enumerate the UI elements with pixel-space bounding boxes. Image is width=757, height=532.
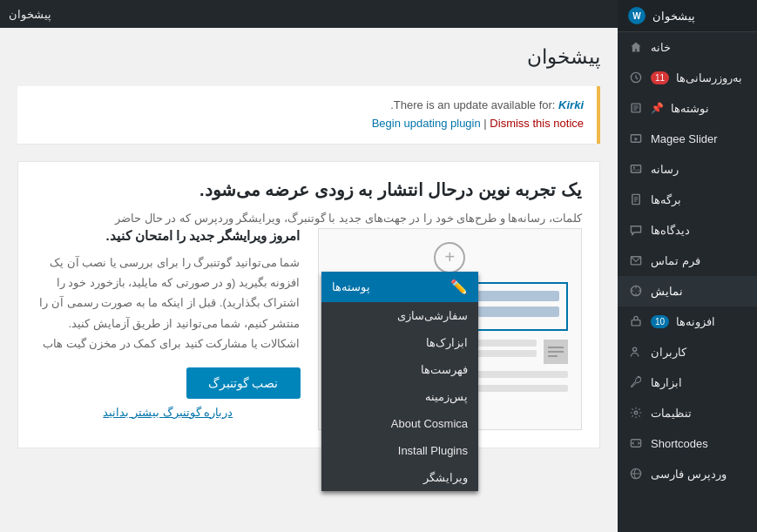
sidebar-item-shortcodes[interactable]: Shortcodes — [618, 428, 757, 459]
sidebar-item-media-label: رسانه — [651, 163, 679, 176]
contact-icon — [628, 253, 644, 268]
sidebar-item-tools[interactable]: ابزارها — [618, 367, 757, 398]
submenu-item-background[interactable]: پس‌زمینه — [321, 383, 478, 410]
admin-bar-title: پیشخوان — [9, 8, 51, 21]
preview-icon-1 — [544, 340, 568, 364]
appearance-icon — [628, 283, 644, 299]
persian-icon — [628, 466, 644, 481]
sidebar-item-contact-label: فرم تماس — [651, 254, 700, 267]
sidebar-item-persian-label: وردپرس فارسی — [651, 468, 727, 481]
page-title: پیشخوان — [17, 45, 600, 69]
sidebar-item-home-label: خانه — [651, 41, 671, 54]
page-wrapper: پیشخوان .There is an update available fo… — [0, 28, 618, 479]
install-gutenberg-button[interactable]: نصب گوتنبرگ — [186, 367, 301, 399]
left-col: امروز ویرایشگر جدید را امتحان کنید. شما … — [36, 228, 301, 430]
notice-separator: | — [483, 117, 486, 130]
svg-rect-6 — [631, 165, 640, 172]
sidebar-item-comments-label: دیدگاه‌ها — [651, 224, 690, 237]
magee-icon — [628, 131, 644, 146]
sidebar-item-settings-label: تنظیمات — [651, 407, 692, 420]
users-icon — [628, 344, 644, 360]
plugins-icon — [628, 313, 644, 329]
sidebar-item-media[interactable]: رسانه — [618, 154, 757, 185]
sidebar-item-appearance-label: نمایش — [651, 285, 683, 298]
sub-section-title: امروز ویرایشگر جدید را امتحان کنید. — [36, 228, 301, 244]
sidebar-item-shortcodes-label: Shortcodes — [651, 437, 708, 450]
notice-update-text: .There is an update available for: — [390, 98, 555, 111]
shortcodes-icon — [628, 435, 644, 451]
settings-icon — [628, 405, 644, 421]
sidebar-header: پیشخوان W — [618, 0, 757, 32]
notice-text: .There is an update available for: Kirki… — [30, 97, 584, 133]
sidebar-item-comments[interactable]: دیدگاه‌ها — [618, 215, 757, 246]
svg-point-16 — [634, 411, 638, 414]
notice-plugin-link[interactable]: Kirki — [558, 98, 584, 111]
feature-title: یک تجربه نوین درحال انتشار به زودی عرضه … — [36, 179, 582, 200]
submenu-item-widgets[interactable]: ابزارک‌ها — [321, 329, 478, 356]
feature-desc: کلمات، رسانه‌ها و طرح‌های خود را در جهت‌… — [36, 209, 582, 228]
pages-icon — [628, 192, 644, 207]
begin-update-link[interactable]: Begin updating plugin — [372, 117, 481, 130]
sidebar-item-plugins-label: افزونه‌ها — [676, 315, 715, 328]
plugins-badge: 10 — [651, 315, 669, 328]
sidebar-header-title: پیشخوان — [652, 10, 695, 23]
sidebar-item-users-label: کاربران — [651, 346, 686, 359]
sub-section-desc: شما می‌توانید گوتنبرگ را برای بررسی یا ن… — [36, 253, 301, 354]
sidebar-item-posts[interactable]: نوشته‌ها 📌 — [618, 93, 757, 124]
svg-point-15 — [633, 347, 637, 351]
sidebar: پیشخوان W خانه به‌روزرسانی‌ها 11 نوشته‌ه… — [618, 0, 757, 532]
sidebar-item-plugins[interactable]: افزونه‌ها 10 — [618, 306, 757, 337]
sidebar-item-home[interactable]: خانه — [618, 32, 757, 63]
sidebar-item-contact[interactable]: فرم تماس — [618, 246, 757, 276]
notice-box: .There is an update available for: Kirki… — [17, 86, 600, 144]
feature-section: یک تجربه نوین درحال انتشار به زودی عرضه … — [17, 161, 600, 448]
sidebar-item-users[interactable]: کاربران — [618, 337, 757, 367]
home-icon — [628, 39, 644, 55]
tools-icon — [628, 374, 644, 390]
updates-icon — [628, 70, 644, 85]
svg-rect-14 — [632, 320, 640, 326]
pin-icon: 📌 — [651, 102, 664, 114]
submenu-item-customize[interactable]: سفارشی‌سازی — [321, 302, 478, 329]
learn-more-link[interactable]: درباره گوتنبرگ بیشتر بدانید — [36, 406, 301, 419]
sidebar-item-updates-label: به‌روزرسانی‌ها — [676, 71, 742, 84]
media-icon — [628, 161, 644, 177]
submenu-item-install-plugins[interactable]: Install Plugins — [321, 437, 478, 464]
submenu-header-label: پوسته‌ها — [332, 280, 370, 293]
comments-icon — [628, 222, 644, 238]
sidebar-item-posts-label: نوشته‌ها — [671, 102, 709, 115]
appearance-submenu-icon: ✏️ — [450, 279, 468, 295]
submenu-item-menus[interactable]: فهرست‌ها — [321, 356, 478, 383]
sidebar-item-settings[interactable]: تنظیمات — [618, 398, 757, 428]
svg-point-7 — [633, 167, 635, 169]
admin-bar: پیشخوان — [0, 0, 618, 28]
sidebar-item-pages-label: برگه‌ها — [651, 193, 681, 206]
sidebar-item-persian[interactable]: وردپرس فارسی — [618, 459, 757, 489]
appearance-submenu: ✏️ پوسته‌ها سفارشی‌سازی ابزارک‌ها فهرست‌… — [321, 272, 478, 491]
add-block-icon[interactable]: + — [434, 242, 465, 273]
submenu-item-about-cosmica[interactable]: About Cosmica — [321, 410, 478, 437]
two-col-layout: امروز ویرایشگر جدید را امتحان کنید. شما … — [36, 228, 582, 430]
main-content: پیشخوان .There is an update available fo… — [0, 28, 618, 532]
sidebar-item-appearance[interactable]: نمایش — [618, 276, 757, 306]
wp-logo-icon: W — [628, 7, 645, 24]
dismiss-notice-link[interactable]: Dismiss this notice — [490, 117, 584, 130]
main-wrapper: پیشخوان پیشخوان .There is an update avai… — [0, 0, 618, 532]
submenu-header[interactable]: ✏️ پوسته‌ها — [321, 272, 478, 302]
sidebar-item-updates[interactable]: به‌روزرسانی‌ها 11 — [618, 63, 757, 93]
submenu-item-editor[interactable]: ویرایشگر — [321, 464, 478, 491]
sidebar-item-pages[interactable]: برگه‌ها — [618, 185, 757, 215]
posts-icon — [628, 100, 644, 116]
sidebar-item-tools-label: ابزارها — [651, 376, 682, 389]
sidebar-item-magee-slider[interactable]: Magee Slider — [618, 124, 757, 154]
sidebar-item-magee-label: Magee Slider — [651, 132, 718, 145]
updates-badge: 11 — [651, 71, 669, 84]
